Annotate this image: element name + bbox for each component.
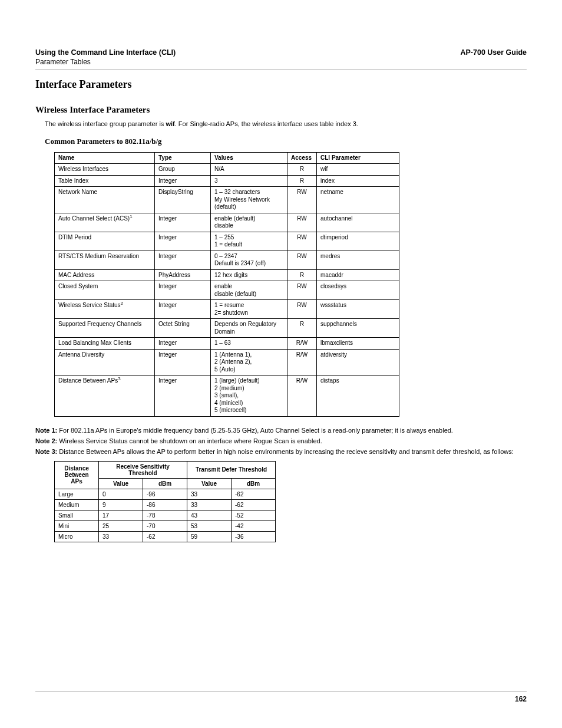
cell-d: Medium	[55, 499, 99, 510]
parameters-table: Name Type Values Access CLI Parameter Wi…	[54, 152, 399, 417]
cell-cli: netname	[317, 187, 399, 213]
cell-cli: index	[317, 175, 399, 187]
table-row: Closed SystemIntegerenabledisable (defau…	[55, 281, 399, 300]
cell-rdbm: -78	[143, 510, 187, 521]
table-row: Wireless Service Status2Integer1 = resum…	[55, 300, 399, 319]
cell-rv: 33	[99, 531, 143, 542]
cell-tv: 33	[187, 489, 232, 499]
table-row: Mini25-7053-42	[55, 521, 276, 531]
cell-cli: suppchannels	[317, 319, 399, 338]
cell-values: enable (default)disable	[211, 213, 287, 232]
cell-values: 1 – 63	[211, 338, 287, 350]
cell-cli: closedsys	[317, 281, 399, 300]
cell-access: RW	[287, 251, 317, 269]
cell-name: Closed System	[55, 281, 155, 300]
th-distance: Distance Between APs	[55, 461, 99, 489]
cell-rv: 0	[99, 489, 143, 499]
cell-name: Wireless Service Status2	[55, 300, 155, 319]
cell-tv: 53	[187, 521, 232, 531]
cell-rdbm: -62	[143, 531, 187, 542]
table-header-row: Name Type Values Access CLI Parameter	[55, 152, 399, 164]
header-subtitle: Parameter Tables	[35, 58, 527, 66]
cell-access: R/W	[287, 375, 317, 417]
th-transmit: Transmit Defer Threshold	[187, 461, 276, 478]
note-3-label: Note 3:	[35, 448, 57, 455]
cell-cli: distaps	[317, 375, 399, 417]
cell-rv: 17	[99, 510, 143, 521]
cell-values: 1 (Antenna 1),2 (Antenna 2),5 (Auto)	[211, 349, 287, 375]
table-row: Micro33-6259-36	[55, 531, 276, 542]
cell-tdbm: -36	[232, 531, 276, 542]
cell-type: Integer	[155, 251, 211, 269]
cell-rdbm: -70	[143, 521, 187, 531]
th-access: Access	[287, 152, 317, 164]
table-row: Load Balancing Max ClientsInteger1 – 63R…	[55, 338, 399, 350]
cell-values: Depends on Regulatory Domain	[211, 319, 287, 338]
cell-name: Distance Between APs3	[55, 375, 155, 417]
cell-type: PhyAddress	[155, 269, 211, 281]
cell-access: RW	[287, 300, 317, 319]
note-2-label: Note 2:	[35, 437, 57, 444]
cell-type: DisplayString	[155, 187, 211, 213]
subsection-heading: Wireless Interface Parameters	[35, 105, 527, 115]
cell-name: Load Balancing Max Clients	[55, 338, 155, 350]
cell-type: Integer	[155, 175, 211, 187]
table-row: Auto Channel Select (ACS)1Integerenable …	[55, 213, 399, 232]
cell-access: R/W	[287, 338, 317, 350]
table-row: Wireless InterfacesGroupN/ARwif	[55, 164, 399, 176]
cell-d: Large	[55, 489, 99, 499]
cell-tv: 33	[187, 499, 232, 510]
cell-access: R	[287, 269, 317, 281]
cell-d: Mini	[55, 521, 99, 531]
cell-tdbm: -42	[232, 521, 276, 531]
table-row: RTS/CTS Medium ReservationInteger0 – 234…	[55, 251, 399, 269]
section-heading: Interface Parameters	[35, 78, 527, 91]
cell-rv: 25	[99, 521, 143, 531]
cell-cli: macaddr	[317, 269, 399, 281]
note-1: Note 1: For 802.11a APs in Europe's midd…	[35, 426, 527, 434]
table-row: Distance Between APs3Integer1 (large) (d…	[55, 375, 399, 417]
cell-access: RW	[287, 281, 317, 300]
cell-values: enabledisable (default)	[211, 281, 287, 300]
cell-values: 1 – 2551 = default	[211, 232, 287, 251]
cell-name: DTIM Period	[55, 232, 155, 251]
cell-type: Octet String	[155, 319, 211, 338]
page-number: 162	[35, 691, 527, 703]
cell-rv: 9	[99, 499, 143, 510]
note-2-text: Wireless Service Status cannot be shutdo…	[57, 437, 322, 444]
note-1-text: For 802.11a APs in Europe's middle frequ…	[57, 427, 453, 434]
table-row: Antenna DiversityInteger1 (Antenna 1),2 …	[55, 349, 399, 375]
th-rv: Value	[99, 478, 143, 489]
cell-cli: autochannel	[317, 213, 399, 232]
cell-access: R/W	[287, 349, 317, 375]
th-receive: Receive Sensitivity Threshold	[99, 461, 187, 478]
cell-tdbm: -62	[232, 499, 276, 510]
table-row: Table IndexInteger3Rindex	[55, 175, 399, 187]
cell-access: R	[287, 319, 317, 338]
table-row: Small17-7843-52	[55, 510, 276, 521]
th-name: Name	[55, 152, 155, 164]
th-values: Values	[211, 152, 287, 164]
cell-type: Integer	[155, 349, 211, 375]
cell-values: 1 = resume2= shutdown	[211, 300, 287, 319]
table-row: Network NameDisplayString1 – 32 characte…	[55, 187, 399, 213]
cell-d: Micro	[55, 531, 99, 542]
table-row: MAC AddressPhyAddress12 hex digitsRmacad…	[55, 269, 399, 281]
cell-access: RW	[287, 187, 317, 213]
cell-cli: medres	[317, 251, 399, 269]
intro-paragraph: The wireless interface group parameter i…	[45, 120, 527, 129]
table-row: Large0-9633-62	[55, 489, 276, 499]
cell-values: 12 hex digits	[211, 269, 287, 281]
dist-header-row1: Distance Between APs Receive Sensitivity…	[55, 461, 276, 478]
cell-access: R	[287, 164, 317, 176]
cell-type: Integer	[155, 213, 211, 232]
header-rule	[35, 70, 527, 70]
cell-cli: lbmaxclients	[317, 338, 399, 350]
cell-type: Integer	[155, 375, 211, 417]
header-title-left: Using the Command Line Interface (CLI)	[35, 48, 176, 57]
cell-tv: 43	[187, 510, 232, 521]
cell-d: Small	[55, 510, 99, 521]
cell-values: 1 – 32 charactersMy Wireless Network (de…	[211, 187, 287, 213]
table-row: DTIM PeriodInteger1 – 2551 = defaultRWdt…	[55, 232, 399, 251]
cell-values: 0 – 2347Default is 2347 (off)	[211, 251, 287, 269]
